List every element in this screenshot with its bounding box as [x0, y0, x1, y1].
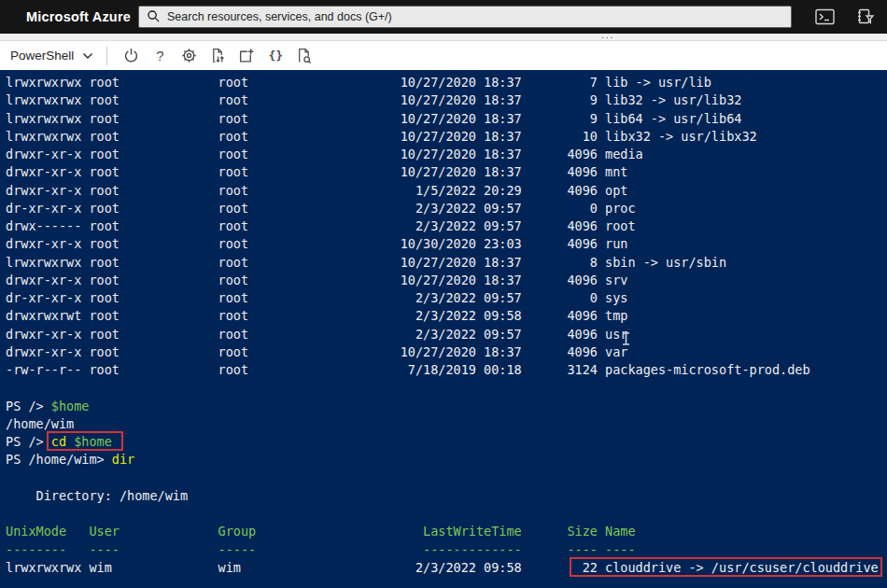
azure-topbar: Microsoft Azure — [0, 0, 887, 34]
power-button[interactable] — [119, 45, 143, 67]
azure-brand[interactable]: Microsoft Azure — [26, 9, 131, 24]
global-search-input[interactable] — [138, 6, 792, 28]
editor-button[interactable]: {} — [263, 45, 288, 67]
toolbar-divider — [106, 47, 107, 65]
panel-resize-handle[interactable]: ... — [601, 31, 614, 40]
global-search — [138, 6, 792, 28]
web-preview-icon — [296, 48, 313, 63]
azure-portal-window: Microsoft Azure — [0, 0, 887, 588]
topbar-right-icons — [814, 0, 876, 34]
terminal-output: lrwxrwxrwx root root 10/27/2020 18:37 7 … — [0, 70, 887, 577]
shell-selector-dropdown[interactable]: PowerShell — [10, 49, 93, 63]
web-preview-button[interactable] — [292, 45, 317, 67]
terminal[interactable]: lrwxrwxrwx root root 10/27/2020 18:37 7 … — [0, 70, 887, 588]
cloud-shell-icon[interactable] — [814, 7, 835, 27]
cloud-shell-toolbar: PowerShell ? — [0, 41, 887, 70]
settings-button[interactable] — [176, 45, 201, 67]
gear-icon — [181, 48, 197, 63]
new-session-button[interactable] — [234, 45, 259, 67]
directory-filter-icon[interactable] — [855, 7, 876, 27]
chevron-down-icon — [82, 52, 93, 60]
upload-download-button[interactable] — [205, 45, 230, 67]
shell-selector-label: PowerShell — [10, 49, 74, 63]
text-cursor-pointer — [622, 332, 630, 345]
cloud-shell-panel-divider: ... — [0, 34, 887, 41]
editor-icon: {} — [268, 49, 283, 63]
new-session-icon — [238, 48, 255, 63]
upload-download-icon — [209, 48, 226, 63]
help-icon: ? — [156, 48, 163, 63]
help-button[interactable]: ? — [148, 45, 172, 67]
